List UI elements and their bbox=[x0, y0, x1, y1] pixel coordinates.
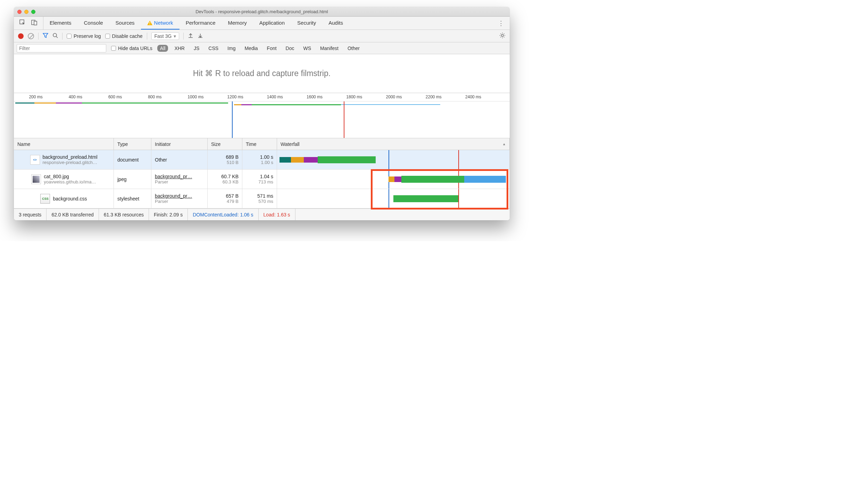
tab-sources[interactable]: Sources bbox=[109, 17, 141, 30]
request-table: <>background_preload.htmlresponsive-prel… bbox=[14, 150, 510, 208]
request-latency: 713 ms bbox=[258, 179, 273, 184]
column-header-type[interactable]: Type bbox=[114, 138, 151, 150]
request-type: jpeg bbox=[117, 176, 148, 182]
table-header-row: Name Type Initiator Size Time Waterfall▲ bbox=[14, 138, 510, 150]
initiator-type: Parser bbox=[155, 199, 204, 204]
request-latency: 1.00 s bbox=[261, 160, 273, 165]
filter-type-manifest[interactable]: Manifest bbox=[317, 45, 341, 52]
request-initiator[interactable]: background_pr… bbox=[155, 193, 204, 199]
settings-icon[interactable] bbox=[499, 32, 506, 40]
tab-network[interactable]: Network bbox=[141, 17, 180, 30]
dcl-marker bbox=[232, 101, 233, 138]
clear-button[interactable] bbox=[28, 33, 34, 39]
status-finish: Finish: 2.09 s bbox=[149, 209, 188, 220]
request-time: 571 ms bbox=[257, 193, 273, 199]
network-toolbar: Preserve log Disable cache Fast 3G▾ bbox=[14, 30, 510, 42]
initiator-type: Parser bbox=[155, 179, 204, 184]
column-header-time[interactable]: Time bbox=[242, 138, 277, 150]
overview-lanes bbox=[14, 101, 510, 138]
column-header-waterfall[interactable]: Waterfall▲ bbox=[277, 138, 510, 150]
filter-type-img[interactable]: Img bbox=[225, 45, 238, 52]
request-type: document bbox=[117, 157, 148, 163]
request-size-uncompressed: 60.3 KB bbox=[223, 179, 239, 184]
svg-point-7 bbox=[501, 34, 503, 36]
search-icon[interactable] bbox=[52, 33, 58, 39]
ruler-tick: 1000 ms bbox=[187, 94, 203, 99]
request-size: 689 B bbox=[226, 154, 239, 160]
tab-security[interactable]: Security bbox=[291, 17, 322, 30]
disable-cache-label: Disable cache bbox=[112, 33, 143, 39]
request-time: 1.00 s bbox=[260, 154, 273, 160]
hide-data-urls-checkbox[interactable]: Hide data URLs bbox=[111, 46, 152, 51]
file-icon: CSS bbox=[40, 194, 50, 204]
filter-toggle-icon[interactable] bbox=[43, 33, 48, 39]
filter-type-css[interactable]: CSS bbox=[206, 45, 221, 52]
device-toolbar-icon[interactable] bbox=[31, 19, 37, 27]
svg-rect-2 bbox=[34, 21, 37, 25]
tab-memory[interactable]: Memory bbox=[222, 17, 253, 30]
status-load: Load: 1.63 s bbox=[259, 209, 295, 220]
upload-har-icon[interactable] bbox=[188, 33, 193, 39]
download-har-icon[interactable] bbox=[198, 33, 203, 39]
ruler-tick: 400 ms bbox=[69, 94, 82, 99]
filter-type-other[interactable]: Other bbox=[345, 45, 362, 52]
ruler-tick: 1800 ms bbox=[346, 94, 362, 99]
tab-elements[interactable]: Elements bbox=[43, 17, 78, 30]
filter-type-media[interactable]: Media bbox=[242, 45, 260, 52]
request-size: 60.7 KB bbox=[221, 174, 239, 179]
request-size-uncompressed: 510 B bbox=[227, 160, 239, 165]
filter-type-font[interactable]: Font bbox=[264, 45, 279, 52]
svg-point-5 bbox=[53, 33, 57, 37]
ruler-tick: 800 ms bbox=[148, 94, 161, 99]
window-title: DevTools - responsive-preload.glitch.me/… bbox=[14, 9, 510, 14]
status-resources: 61.3 KB resources bbox=[99, 209, 149, 220]
ruler-tick: 200 ms bbox=[29, 94, 42, 99]
inspect-element-icon[interactable] bbox=[19, 19, 26, 27]
record-button[interactable] bbox=[18, 33, 24, 39]
ruler-tick: 1600 ms bbox=[307, 94, 323, 99]
filter-bar: Hide data URLs AllXHRJSCSSImgMediaFontDo… bbox=[14, 42, 510, 54]
ruler-tick: 600 ms bbox=[108, 94, 122, 99]
column-header-initiator[interactable]: Initiator bbox=[151, 138, 208, 150]
request-domain: responsive-preload.glitch… bbox=[43, 160, 98, 165]
tab-performance[interactable]: Performance bbox=[180, 17, 222, 30]
filter-type-doc[interactable]: Doc bbox=[283, 45, 297, 52]
more-options-icon[interactable]: ⋮ bbox=[492, 17, 510, 30]
request-size: 657 B bbox=[226, 193, 239, 199]
filter-type-all[interactable]: All bbox=[157, 45, 168, 52]
throttling-dropdown[interactable]: Fast 3G▾ bbox=[151, 32, 180, 40]
preserve-log-checkbox[interactable]: Preserve log bbox=[67, 33, 101, 39]
overview-timeline[interactable]: 200 ms400 ms600 ms800 ms1000 ms1200 ms14… bbox=[14, 93, 510, 138]
tab-application[interactable]: Application bbox=[253, 17, 291, 30]
status-transferred: 62.0 KB transferred bbox=[47, 209, 99, 220]
load-marker bbox=[344, 101, 344, 138]
filter-input[interactable] bbox=[17, 44, 106, 52]
image-thumbnail bbox=[31, 174, 41, 184]
filter-type-ws[interactable]: WS bbox=[301, 45, 314, 52]
status-request-count: 3 requests bbox=[14, 209, 47, 220]
tab-audits[interactable]: Audits bbox=[322, 17, 349, 30]
request-latency: 570 ms bbox=[258, 199, 273, 204]
disable-cache-checkbox[interactable]: Disable cache bbox=[105, 33, 143, 39]
filter-type-xhr[interactable]: XHR bbox=[172, 45, 187, 52]
tab-console[interactable]: Console bbox=[78, 17, 109, 30]
timeline-ruler: 200 ms400 ms600 ms800 ms1000 ms1200 ms14… bbox=[14, 93, 510, 101]
table-row[interactable]: <>background_preload.htmlresponsive-prel… bbox=[14, 150, 510, 170]
sort-indicator-icon: ▲ bbox=[502, 142, 506, 146]
waterfall-cell bbox=[277, 150, 510, 169]
status-domcontentloaded: DOMContentLoaded: 1.06 s bbox=[188, 209, 258, 220]
request-name: background_preload.html bbox=[43, 154, 98, 160]
preserve-log-label: Preserve log bbox=[74, 33, 101, 39]
column-header-name[interactable]: Name bbox=[14, 138, 114, 150]
request-initiator: Other bbox=[155, 157, 204, 163]
filter-type-js[interactable]: JS bbox=[191, 45, 202, 52]
svg-rect-4 bbox=[149, 24, 150, 25]
request-initiator[interactable]: background_pr… bbox=[155, 174, 204, 179]
request-name: background.css bbox=[53, 196, 87, 202]
svg-line-6 bbox=[56, 36, 58, 38]
column-header-size[interactable]: Size bbox=[208, 138, 242, 150]
main-tabbar: ElementsConsoleSourcesNetworkPerformance… bbox=[14, 17, 510, 30]
request-name: cat_800.jpg bbox=[44, 174, 96, 179]
window-titlebar[interactable]: DevTools - responsive-preload.glitch.me/… bbox=[14, 7, 510, 17]
ruler-tick: 2200 ms bbox=[426, 94, 442, 99]
